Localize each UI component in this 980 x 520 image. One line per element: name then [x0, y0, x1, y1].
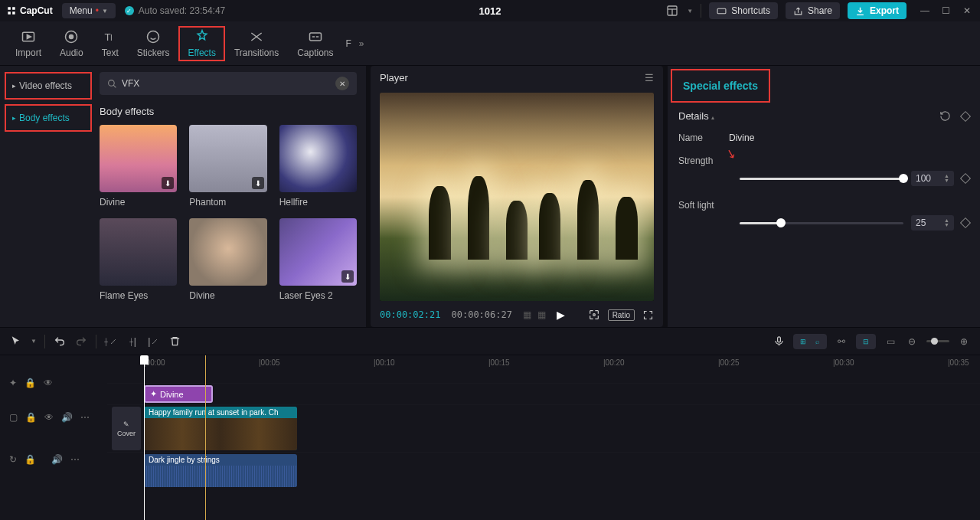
zoom-in-icon[interactable]: ⊕ — [957, 335, 971, 348]
layout-icon[interactable] — [665, 4, 679, 18]
trim-right-tool[interactable]: |⟋ — [147, 335, 161, 348]
search-field[interactable] — [122, 78, 331, 89]
softlight-slider[interactable] — [740, 222, 903, 224]
mute-icon[interactable]: 🔊 — [61, 412, 73, 423]
video-track[interactable]: ✎ Cover Happy family run at sunset in pa… — [107, 404, 980, 452]
tab-more-partial[interactable]: F — [343, 35, 354, 52]
download-icon[interactable]: ⬇ — [162, 177, 174, 189]
effect-card-hellfire[interactable]: Hellfire — [279, 125, 357, 208]
keyframe-icon[interactable] — [960, 173, 971, 184]
eye-icon[interactable]: 👁 — [44, 412, 54, 423]
audio-track[interactable]: Dark jingle by strings — [107, 452, 980, 489]
video-clip[interactable]: Happy family run at sunset in park. Ch — [144, 407, 297, 450]
split-tool[interactable]: ⟊⟋ — [104, 335, 118, 348]
name-label: Name — [678, 132, 718, 143]
search-clear-button[interactable]: ✕ — [335, 77, 349, 90]
player-viewport[interactable] — [380, 93, 654, 301]
keyframe-icon[interactable] — [960, 110, 971, 121]
minimize-button[interactable]: — — [920, 5, 931, 16]
track-controls-video[interactable]: ▢ 🔒 👁 🔊 ⋯ — [0, 394, 107, 441]
delete-tool[interactable] — [168, 335, 182, 348]
grid-icon[interactable]: ▦ — [523, 309, 531, 320]
eye-icon[interactable]: 👁 — [44, 378, 53, 388]
tab-captions[interactable]: Captions — [288, 26, 342, 61]
effects-search-input[interactable]: ✕ — [100, 72, 357, 95]
keyframe-icon[interactable] — [960, 217, 971, 228]
play-cursor — [205, 355, 206, 520]
effect-card-divine-2[interactable]: Divine — [189, 218, 266, 301]
total-time: 00:00:06:27 — [451, 309, 511, 320]
lock-icon[interactable]: 🔒 — [24, 454, 36, 465]
align-toggle[interactable]: ⊟ — [856, 334, 876, 349]
snap-on-icon[interactable]: ⊞ — [798, 336, 808, 347]
annotation-arrow: ↘ — [724, 146, 737, 162]
fullscreen-icon[interactable] — [642, 309, 654, 321]
export-button[interactable]: Export — [848, 2, 906, 19]
strength-slider[interactable] — [740, 178, 903, 180]
player-menu-icon[interactable]: ☰ — [645, 72, 654, 83]
preview-icon[interactable]: ▭ — [884, 335, 897, 348]
link-icon[interactable]: ⚯ — [835, 335, 848, 348]
mic-icon[interactable] — [772, 335, 786, 348]
play-button[interactable]: ▶ — [557, 309, 565, 321]
cover-button[interactable]: ✎ Cover — [112, 407, 141, 450]
grid-icon-2[interactable]: ▦ — [537, 309, 546, 320]
undo-button[interactable] — [53, 335, 67, 348]
selection-tool[interactable] — [9, 335, 23, 348]
effect-card-flame-eyes[interactable]: Flame Eyes — [100, 218, 177, 301]
effect-track[interactable]: ✦ Divine — [107, 383, 980, 404]
svg-point-10 — [148, 31, 159, 42]
search-icon — [107, 79, 117, 89]
reset-icon[interactable] — [939, 110, 951, 122]
tab-stickers[interactable]: Stickers — [128, 26, 179, 61]
pencil-icon: ✎ — [123, 420, 129, 428]
track-controls-effect[interactable]: ✦ 🔒 👁 — [0, 372, 107, 394]
sidebar-item-video-effects[interactable]: Video effects — [6, 75, 90, 96]
close-button[interactable]: ✕ — [963, 5, 974, 16]
timeline-ruler[interactable]: |00:00 |00:05 |00:10 |00:15 |00:20 |00:2… — [107, 355, 980, 372]
tab-text[interactable]: TI Text — [93, 26, 128, 61]
project-title: 1012 — [479, 5, 501, 17]
zoom-out-icon[interactable]: ⊖ — [905, 335, 919, 348]
effect-clip[interactable]: ✦ Divine — [144, 385, 213, 403]
menu-button[interactable]: Menu • ▼ — [62, 3, 116, 18]
ratio-button[interactable]: Ratio — [608, 309, 635, 321]
effect-card-laser-eyes-2[interactable]: ⬇ Laser Eyes 2 — [279, 218, 357, 301]
zoom-slider[interactable] — [926, 340, 949, 342]
app-logo: CapCut — [6, 5, 53, 16]
svg-text:I: I — [110, 34, 113, 42]
effect-card-divine[interactable]: ⬇ Divine — [100, 125, 177, 208]
more-icon[interactable]: ⋯ — [70, 454, 80, 465]
tab-effects[interactable]: Effects — [178, 26, 224, 61]
softlight-value-input[interactable]: 25 ▲▼ — [911, 215, 954, 231]
sidebar-item-body-effects[interactable]: Body effects — [6, 107, 90, 129]
tabs-overflow-button[interactable]: » — [359, 38, 364, 49]
audio-track-icon: ↻ — [9, 454, 17, 465]
player-title: Player — [380, 72, 408, 83]
track-controls-audio[interactable]: ↻ 🔒 🔊 ⋯ — [0, 441, 107, 478]
svg-point-7 — [70, 34, 74, 38]
download-icon[interactable]: ⬇ — [341, 270, 354, 283]
right-panel-tab[interactable]: Special effects — [672, 70, 769, 101]
trim-left-tool[interactable]: ⟊| — [126, 335, 139, 348]
share-button[interactable]: Share — [786, 2, 840, 19]
download-icon[interactable]: ⬇ — [252, 177, 264, 189]
tab-import[interactable]: Import — [6, 26, 51, 61]
fit-icon[interactable] — [588, 309, 600, 321]
playhead[interactable] — [144, 355, 145, 520]
shortcuts-button[interactable]: Shortcuts — [709, 2, 778, 19]
audio-clip[interactable]: Dark jingle by strings — [144, 454, 297, 487]
more-icon[interactable]: ⋯ — [80, 412, 90, 423]
mute-icon[interactable]: 🔊 — [51, 454, 63, 465]
lock-icon[interactable]: 🔒 — [24, 378, 36, 388]
svg-line-15 — [113, 85, 116, 87]
tab-transitions[interactable]: Transitions — [225, 26, 288, 61]
snap-toggle-group[interactable]: ⊞ ⌕ — [793, 334, 827, 349]
maximize-button[interactable]: ☐ — [942, 5, 952, 16]
strength-value-input[interactable]: 100 ▲▼ — [911, 171, 954, 186]
effect-card-phantom[interactable]: ⬇ Phantom — [189, 125, 266, 208]
magnet-icon[interactable]: ⌕ — [812, 336, 822, 347]
lock-icon[interactable]: 🔒 — [25, 412, 37, 423]
tab-audio[interactable]: Audio — [51, 26, 93, 61]
redo-button[interactable] — [74, 335, 88, 348]
